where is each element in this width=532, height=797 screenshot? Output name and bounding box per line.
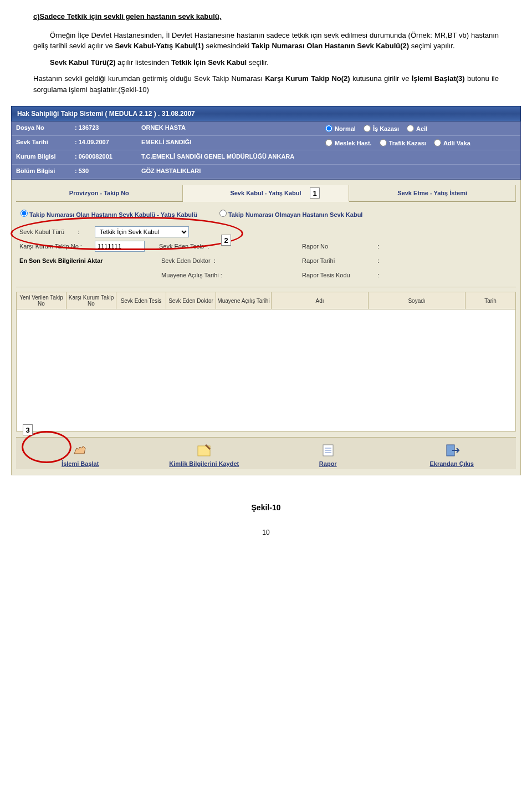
rapor-button[interactable]: Rapor [287, 442, 370, 467]
ekrandan-cikis-label: Ekrandan Çıkış [430, 460, 474, 467]
save-note-icon [193, 442, 214, 459]
dosya-no-desc: ORNEK HASTA [139, 121, 321, 135]
dosya-no-value: : 136723 [73, 121, 139, 135]
radio-is-kazasi[interactable]: İş Kazası [364, 125, 399, 132]
col-yeni-takip: Yeni Verilen Takip No [17, 292, 66, 309]
islemi-baslat-button[interactable]: İşlemi Başlat [39, 442, 122, 467]
data-table-header: Yeni Verilen Takip No Karşı Kurum Takip … [16, 292, 516, 309]
col-soyadi: Soyadı [369, 292, 466, 309]
form-grid: Sevk Kabul Türü: Tetkik İçin Sevk Kabul … [16, 221, 516, 287]
tab-sevk-kabul[interactable]: Sevk Kabul - Yatış Kabul [183, 185, 350, 202]
col-adi: Adı [272, 292, 369, 309]
info-panel: Dosya No : 136723 ORNEK HASTA Normal İş … [11, 121, 521, 180]
report-icon [318, 442, 339, 459]
col-tarih: Tarih [466, 292, 515, 309]
sub-radio-row: Takip Numarası Olan Hastanın Sevk Kabulü… [16, 206, 516, 221]
rapor-tarihi-label: Rapor Tarihi [302, 257, 374, 264]
kimlik-kaydet-label: Kimlik Bilgilerini Kaydet [169, 460, 239, 467]
radio-takip-olan[interactable]: Takip Numarası Olan Hastanın Sevk Kabulü… [21, 210, 197, 218]
window-titlebar: Hak Sahipliği Takip Sistemi ( MEDULA 2.1… [11, 106, 521, 121]
kurum-desc: T.C.EMEKLİ SANDIĞI GENEL MÜDÜRLÜĞÜ ANKAR… [139, 150, 321, 164]
kimlik-kaydet-button[interactable]: Kimlik Bilgilerini Kaydet [162, 442, 245, 467]
rapor-no-label: Rapor No [302, 243, 374, 250]
tab-strip: Provizyon - Takip No Sevk Kabul - Yatış … [16, 185, 516, 202]
doc-para-2: Sevk Kabul Türü(2) açılır listesinden Te… [33, 57, 499, 68]
sevk-tarihi-desc: EMEKLİ SANDIĞI [139, 136, 321, 150]
doc-heading: c)Sadece Tetkik için sevkli gelen hastan… [33, 11, 499, 22]
doc-para-1: Örneğin İlçe Devlet Hastanesinden, İl De… [33, 30, 499, 52]
bolum-desc: GÖZ HASTALIKLARI [139, 165, 321, 179]
rapor-tesis-label: Rapor Tesis Kodu [302, 272, 374, 278]
radio-meslek-hast[interactable]: Meslek Hast. [325, 139, 372, 146]
sevk-kabul-turu-select[interactable]: Tetkik İçin Sevk Kabul [95, 226, 189, 237]
ekrandan-cikis-button[interactable]: Ekrandan Çıkış [410, 442, 493, 467]
radio-takip-olmayan[interactable]: Takip Numarası Olmayan Hastanın Sevk Kab… [219, 210, 363, 218]
radio-adli-vaka[interactable]: Adli Vaka [434, 139, 470, 146]
radio-acil[interactable]: Acil [407, 125, 427, 132]
muayene-acilis-label: Muayene Açılış Tarihi : [161, 272, 228, 278]
sevk-tarihi-value: : 14.09.2007 [73, 136, 139, 150]
sevk-eden-tesis-label: Sevk Eden Tesis [148, 243, 204, 250]
hand-pointer-icon [70, 442, 91, 459]
sevk-kabul-turu-label: Sevk Kabul Türü: [19, 229, 91, 235]
islemi-baslat-label: İşlemi Başlat [62, 460, 99, 467]
radio-normal[interactable]: Normal [325, 125, 356, 132]
kurum-label: Kurum Bilgisi [12, 150, 73, 164]
rapor-label: Rapor [319, 460, 337, 467]
tab-sevk-etme[interactable]: Sevk Etme - Yatış İstemi [349, 185, 516, 201]
figure-caption: Şekil-10 [0, 503, 532, 512]
doc-para-3: Hastanın sevkli geldiği kurumdan getirmi… [33, 73, 499, 95]
dosya-no-label: Dosya No [12, 121, 73, 135]
annotation-badge-2: 2 [221, 235, 231, 246]
col-muayene: Muayene Açılış Tarihi [216, 292, 272, 309]
main-area: Provizyon - Takip No Sevk Kabul - Yatış … [11, 180, 521, 475]
bolum-label: Bölüm Bilgisi [12, 165, 73, 179]
col-karsi-kurum: Karşı Kurum Takip No [66, 292, 116, 309]
col-sevk-tesis: Sevk Eden Tesis [116, 292, 166, 309]
bolum-value: : 530 [73, 165, 139, 179]
sevk-eden-doktor-label: Sevk Eden Doktor [134, 257, 211, 264]
col-sevk-doktor: Sevk Eden Doktor [166, 292, 216, 309]
bottom-toolbar: İşlemi Başlat Kimlik Bilgilerini Kaydet [16, 437, 516, 469]
tab-provizyon[interactable]: Provizyon - Takip No [16, 185, 183, 201]
karsi-kurum-label: Karşı Kurum Takip No : [19, 243, 91, 250]
son-sevk-aktar-link[interactable]: En Son Sevk Bilgilerini Aktar [19, 257, 130, 264]
document-text: c)Sadece Tetkik için sevkli gelen hastan… [0, 0, 532, 106]
app-window: Hak Sahipliği Takip Sistemi ( MEDULA 2.1… [0, 106, 532, 486]
annotation-badge-1: 1 [310, 187, 320, 199]
kurum-value: : 0600082001 [73, 150, 139, 164]
exit-icon [441, 442, 462, 459]
annotation-badge-3: 3 [23, 424, 33, 435]
page-number: 10 [0, 529, 532, 536]
data-table-body[interactable] [16, 309, 516, 432]
karsi-kurum-input[interactable] [95, 241, 145, 252]
sevk-tarihi-label: Sevk Tarihi [12, 136, 73, 150]
radio-trafik-kazasi[interactable]: Trafik Kazası [380, 139, 426, 146]
